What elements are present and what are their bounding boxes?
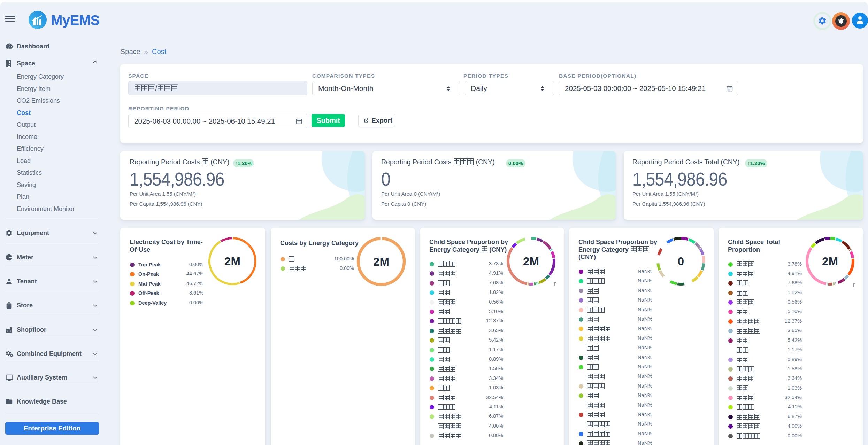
svg-text:2M: 2M bbox=[224, 255, 240, 268]
svg-text:2M: 2M bbox=[373, 255, 389, 268]
svg-text:2M: 2M bbox=[822, 255, 838, 268]
svg-text:2M: 2M bbox=[523, 255, 539, 268]
svg-text:0: 0 bbox=[678, 255, 684, 268]
